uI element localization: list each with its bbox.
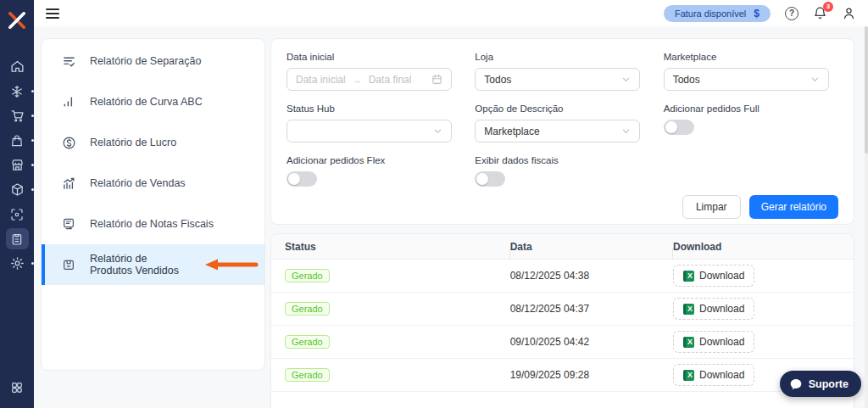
- reports-clipboard-icon[interactable]: [6, 228, 29, 249]
- table-row: Gerado 08/12/2025 04:38 X Download: [271, 260, 854, 293]
- excel-icon: X: [683, 304, 694, 315]
- reports-table-panel: Status Data Download Gerado 08/12/2025 0…: [270, 233, 854, 408]
- loja-selected-value: Todos: [484, 74, 511, 86]
- toggle-knob: [288, 173, 300, 185]
- orders-bag-icon[interactable]: [6, 130, 29, 151]
- status-hub-select[interactable]: [287, 120, 452, 143]
- download-button[interactable]: X Download: [673, 364, 754, 386]
- download-button-label: Download: [699, 270, 744, 282]
- field-status-hub: Status Hub: [287, 103, 461, 143]
- user-profile-button[interactable]: [842, 6, 856, 20]
- rail-nav: [6, 56, 29, 274]
- column-header-data: Data: [510, 241, 673, 253]
- report-date: 08/12/2025 04:38: [510, 270, 673, 282]
- apps-grid-icon[interactable]: [6, 377, 29, 398]
- content-area: Relatório de Separação Relatório de Curv…: [34, 26, 868, 408]
- person-icon: [842, 6, 856, 20]
- excel-icon: X: [683, 271, 694, 282]
- chat-bubble-icon: [789, 377, 803, 391]
- settings-gear-icon[interactable]: [6, 253, 29, 274]
- sidebar-item-label: Relatório de Notas Fiscais: [90, 218, 214, 230]
- home-icon[interactable]: [6, 56, 29, 77]
- excel-icon: X: [683, 370, 694, 381]
- download-button[interactable]: X Download: [673, 265, 754, 287]
- field-label: Data inicial: [287, 52, 461, 62]
- table-row: Gerado 09/10/2025 04:42 X Download: [271, 326, 854, 359]
- adicionar-flex-toggle[interactable]: [287, 171, 317, 187]
- field-adicionar-full: Adicionar pedidos Full: [664, 103, 838, 143]
- status-badge: Gerado: [285, 302, 330, 316]
- column-header-download: Download: [673, 241, 854, 253]
- shopping-bag-icon: [61, 258, 76, 271]
- table-header-row: Status Data Download: [271, 234, 854, 260]
- status-badge: Gerado: [285, 368, 330, 382]
- download-button-label: Download: [699, 303, 744, 315]
- sidebar-item-label: Relatório de Curva ABC: [90, 96, 203, 108]
- bar-chart-icon: [61, 95, 76, 109]
- suporte-button[interactable]: Suporte: [780, 371, 861, 397]
- integrations-icon[interactable]: [6, 81, 29, 102]
- chevron-down-icon: [433, 126, 442, 136]
- date-range-input[interactable]: Data inicial → Data final: [287, 68, 452, 91]
- limpar-button[interactable]: Limpar: [682, 195, 741, 219]
- date-start-placeholder: Data inicial: [296, 74, 346, 86]
- sidebar-item-relatorio-vendas[interactable]: Relatório de Vendas: [42, 163, 264, 204]
- sidebar-item-label: Relatório de Produtos Vendidos: [90, 253, 181, 277]
- adicionar-full-toggle[interactable]: [664, 120, 694, 135]
- sales-chart-icon: [61, 176, 76, 191]
- dollar-circle-icon: [61, 136, 76, 150]
- fatura-label: Fatura disponível: [675, 8, 746, 19]
- topbar: Fatura disponível $ ? 3: [34, 0, 868, 26]
- field-adicionar-flex: Adicionar pedidos Flex: [287, 155, 461, 187]
- sidebar-item-label: Relatório de Vendas: [90, 177, 186, 189]
- marketplace-select[interactable]: Todos: [664, 68, 829, 91]
- sidebar-item-relatorio-produtos-vendidos[interactable]: Relatório de Produtos Vendidos: [42, 244, 264, 285]
- loja-select[interactable]: Todos: [475, 68, 640, 91]
- field-loja: Loja Todos: [475, 52, 649, 91]
- field-data-inicial: Data inicial Data inicial → Data final: [287, 52, 461, 91]
- dollar-icon: $: [754, 8, 760, 20]
- brand-x-logo[interactable]: [8, 12, 26, 29]
- report-date: 19/09/2025 09:28: [510, 369, 673, 381]
- scan-icon[interactable]: [6, 204, 29, 225]
- main-area: Data inicial Data inicial → Data final: [270, 38, 854, 408]
- exibir-dados-fiscais-toggle[interactable]: [475, 171, 505, 187]
- help-button[interactable]: ?: [785, 7, 798, 20]
- scrollbar[interactable]: [865, 26, 868, 408]
- fatura-disponivel-badge[interactable]: Fatura disponível $: [664, 5, 771, 22]
- field-marketplace: Marketplace Todos: [664, 52, 838, 91]
- sidebar-item-label: Relatório de Lucro: [90, 137, 176, 148]
- suporte-label: Suporte: [809, 378, 849, 390]
- notification-count-badge: 3: [823, 2, 833, 12]
- cart-icon[interactable]: [6, 105, 29, 126]
- invoice-icon: [61, 217, 76, 231]
- annotation-arrow-icon: [205, 259, 259, 271]
- download-button[interactable]: X Download: [673, 331, 754, 353]
- report-filters-panel: Data inicial Data inicial → Data final: [270, 38, 854, 225]
- toggle-knob: [476, 173, 488, 185]
- sidebar-item-relatorio-notas-fiscais[interactable]: Relatório de Notas Fiscais: [42, 204, 264, 244]
- left-icon-rail: [0, 0, 34, 408]
- sidebar-item-relatorio-lucro[interactable]: Relatório de Lucro: [42, 122, 264, 163]
- menu-toggle-button[interactable]: [44, 6, 61, 21]
- package-icon[interactable]: [6, 179, 29, 200]
- scrollbar-thumb[interactable]: [865, 26, 868, 154]
- download-button-label: Download: [699, 369, 744, 381]
- store-icon[interactable]: [6, 154, 29, 176]
- field-label: Adicionar pedidos Full: [664, 103, 838, 114]
- field-label: Marketplace: [664, 52, 838, 62]
- table-row: Gerado 08/12/2025 04:37 X Download: [271, 293, 854, 326]
- date-end-placeholder: Data final: [369, 74, 412, 86]
- gerar-relatorio-button[interactable]: Gerar relatório: [749, 195, 838, 219]
- field-label: Adicionar pedidos Flex: [287, 155, 461, 165]
- download-button[interactable]: X Download: [673, 298, 754, 320]
- opcao-descricao-selected-value: Marketplace: [484, 126, 539, 137]
- opcao-descricao-select[interactable]: Marketplace: [475, 120, 640, 143]
- field-label: Loja: [475, 52, 649, 62]
- field-label: Status Hub: [287, 103, 461, 114]
- question-icon: ?: [785, 7, 798, 20]
- sidebar-item-relatorio-curva-abc[interactable]: Relatório de Curva ABC: [42, 81, 264, 122]
- sidebar-item-relatorio-separacao[interactable]: Relatório de Separação: [42, 41, 264, 81]
- toggle-knob: [665, 121, 677, 133]
- notifications-button[interactable]: 3: [813, 6, 827, 20]
